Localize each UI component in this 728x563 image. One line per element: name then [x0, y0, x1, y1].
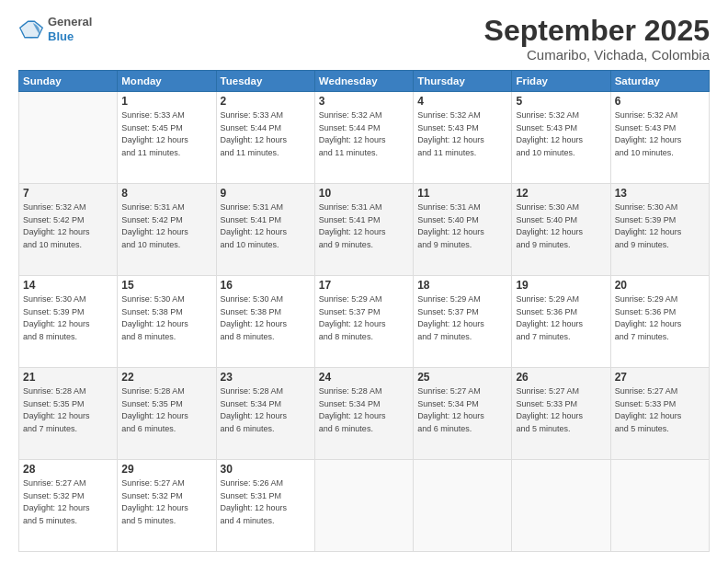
day-info: Sunrise: 5:29 AM Sunset: 5:37 PM Dayligh…: [319, 293, 409, 343]
logo-icon: [18, 17, 44, 42]
day-number: 17: [319, 279, 409, 292]
calendar-header-row: SundayMondayTuesdayWednesdayThursdayFrid…: [19, 71, 710, 92]
calendar-week-row: 14Sunrise: 5:30 AM Sunset: 5:39 PM Dayli…: [19, 276, 710, 368]
table-row: [414, 460, 512, 552]
day-number: 5: [516, 95, 606, 108]
table-row: 20Sunrise: 5:29 AM Sunset: 5:36 PM Dayli…: [610, 276, 709, 368]
day-number: 27: [615, 371, 705, 384]
day-info: Sunrise: 5:31 AM Sunset: 5:40 PM Dayligh…: [417, 201, 507, 251]
day-number: 12: [516, 187, 606, 200]
day-number: 9: [221, 187, 311, 200]
day-info: Sunrise: 5:32 AM Sunset: 5:43 PM Dayligh…: [417, 109, 507, 159]
day-info: Sunrise: 5:33 AM Sunset: 5:45 PM Dayligh…: [121, 109, 211, 159]
day-number: 19: [516, 279, 606, 292]
table-row: 6Sunrise: 5:32 AM Sunset: 5:43 PM Daylig…: [610, 92, 709, 184]
day-info: Sunrise: 5:27 AM Sunset: 5:33 PM Dayligh…: [615, 385, 705, 435]
day-number: 7: [23, 187, 113, 200]
day-info: Sunrise: 5:30 AM Sunset: 5:38 PM Dayligh…: [121, 293, 211, 343]
calendar-day-header: Wednesday: [314, 71, 413, 92]
day-number: 10: [319, 187, 409, 200]
day-info: Sunrise: 5:26 AM Sunset: 5:31 PM Dayligh…: [221, 477, 311, 527]
day-info: Sunrise: 5:28 AM Sunset: 5:34 PM Dayligh…: [319, 385, 409, 435]
day-info: Sunrise: 5:32 AM Sunset: 5:44 PM Dayligh…: [319, 109, 409, 159]
table-row: 4Sunrise: 5:32 AM Sunset: 5:43 PM Daylig…: [414, 92, 512, 184]
day-info: Sunrise: 5:29 AM Sunset: 5:36 PM Dayligh…: [516, 293, 606, 343]
calendar-day-header: Monday: [118, 71, 216, 92]
logo-text: General Blue: [48, 15, 92, 43]
day-info: Sunrise: 5:27 AM Sunset: 5:33 PM Dayligh…: [516, 385, 606, 435]
calendar-week-row: 21Sunrise: 5:28 AM Sunset: 5:35 PM Dayli…: [19, 368, 710, 460]
day-number: 2: [221, 95, 311, 108]
table-row: 25Sunrise: 5:27 AM Sunset: 5:34 PM Dayli…: [414, 368, 512, 460]
day-info: Sunrise: 5:28 AM Sunset: 5:34 PM Dayligh…: [221, 385, 311, 435]
day-number: 13: [615, 187, 705, 200]
calendar-day-header: Saturday: [610, 71, 709, 92]
day-info: Sunrise: 5:32 AM Sunset: 5:43 PM Dayligh…: [615, 109, 705, 159]
day-number: 22: [121, 371, 211, 384]
calendar-week-row: 28Sunrise: 5:27 AM Sunset: 5:32 PM Dayli…: [19, 460, 710, 552]
day-number: 28: [23, 463, 113, 476]
logo-general: General: [48, 15, 92, 29]
day-info: Sunrise: 5:30 AM Sunset: 5:39 PM Dayligh…: [615, 201, 705, 251]
day-number: 20: [615, 279, 705, 292]
day-info: Sunrise: 5:27 AM Sunset: 5:34 PM Dayligh…: [417, 385, 507, 435]
day-info: Sunrise: 5:32 AM Sunset: 5:43 PM Dayligh…: [516, 109, 606, 159]
table-row: 24Sunrise: 5:28 AM Sunset: 5:34 PM Dayli…: [314, 368, 413, 460]
day-number: 30: [221, 463, 311, 476]
table-row: 10Sunrise: 5:31 AM Sunset: 5:41 PM Dayli…: [314, 184, 413, 276]
calendar-week-row: 1Sunrise: 5:33 AM Sunset: 5:45 PM Daylig…: [19, 92, 710, 184]
table-row: 9Sunrise: 5:31 AM Sunset: 5:41 PM Daylig…: [216, 184, 314, 276]
day-number: 8: [121, 187, 211, 200]
day-number: 1: [121, 95, 211, 108]
calendar-day-header: Sunday: [19, 71, 118, 92]
day-number: 6: [615, 95, 705, 108]
logo: General Blue: [18, 15, 92, 43]
day-info: Sunrise: 5:30 AM Sunset: 5:38 PM Dayligh…: [221, 293, 311, 343]
day-number: 25: [417, 371, 507, 384]
table-row: 3Sunrise: 5:32 AM Sunset: 5:44 PM Daylig…: [314, 92, 413, 184]
day-number: 18: [417, 279, 507, 292]
day-number: 29: [121, 463, 211, 476]
table-row: 11Sunrise: 5:31 AM Sunset: 5:40 PM Dayli…: [414, 184, 512, 276]
day-info: Sunrise: 5:29 AM Sunset: 5:36 PM Dayligh…: [615, 293, 705, 343]
table-row: 16Sunrise: 5:30 AM Sunset: 5:38 PM Dayli…: [216, 276, 314, 368]
day-info: Sunrise: 5:31 AM Sunset: 5:42 PM Dayligh…: [121, 201, 211, 251]
day-number: 23: [221, 371, 311, 384]
day-number: 14: [23, 279, 113, 292]
table-row: 18Sunrise: 5:29 AM Sunset: 5:37 PM Dayli…: [414, 276, 512, 368]
calendar-week-row: 7Sunrise: 5:32 AM Sunset: 5:42 PM Daylig…: [19, 184, 710, 276]
day-info: Sunrise: 5:27 AM Sunset: 5:32 PM Dayligh…: [23, 477, 113, 527]
table-row: 22Sunrise: 5:28 AM Sunset: 5:35 PM Dayli…: [118, 368, 216, 460]
day-number: 15: [121, 279, 211, 292]
table-row: 2Sunrise: 5:33 AM Sunset: 5:44 PM Daylig…: [216, 92, 314, 184]
day-number: 26: [516, 371, 606, 384]
table-row: 17Sunrise: 5:29 AM Sunset: 5:37 PM Dayli…: [314, 276, 413, 368]
table-row: 23Sunrise: 5:28 AM Sunset: 5:34 PM Dayli…: [216, 368, 314, 460]
header: General Blue September 2025 Cumaribo, Vi…: [18, 15, 710, 63]
table-row: 27Sunrise: 5:27 AM Sunset: 5:33 PM Dayli…: [610, 368, 709, 460]
table-row: 28Sunrise: 5:27 AM Sunset: 5:32 PM Dayli…: [19, 460, 118, 552]
day-info: Sunrise: 5:33 AM Sunset: 5:44 PM Dayligh…: [221, 109, 311, 159]
table-row: [314, 460, 413, 552]
day-number: 3: [319, 95, 409, 108]
table-row: 19Sunrise: 5:29 AM Sunset: 5:36 PM Dayli…: [512, 276, 610, 368]
table-row: 29Sunrise: 5:27 AM Sunset: 5:32 PM Dayli…: [118, 460, 216, 552]
day-number: 24: [319, 371, 409, 384]
table-row: 21Sunrise: 5:28 AM Sunset: 5:35 PM Dayli…: [19, 368, 118, 460]
table-row: 1Sunrise: 5:33 AM Sunset: 5:45 PM Daylig…: [118, 92, 216, 184]
title-block: September 2025 Cumaribo, Vichada, Colomb…: [484, 15, 710, 63]
table-row: 8Sunrise: 5:31 AM Sunset: 5:42 PM Daylig…: [118, 184, 216, 276]
day-info: Sunrise: 5:31 AM Sunset: 5:41 PM Dayligh…: [319, 201, 409, 251]
table-row: 7Sunrise: 5:32 AM Sunset: 5:42 PM Daylig…: [19, 184, 118, 276]
day-number: 11: [417, 187, 507, 200]
logo-blue: Blue: [48, 29, 92, 44]
day-info: Sunrise: 5:30 AM Sunset: 5:40 PM Dayligh…: [516, 201, 606, 251]
day-info: Sunrise: 5:27 AM Sunset: 5:32 PM Dayligh…: [121, 477, 211, 527]
day-info: Sunrise: 5:32 AM Sunset: 5:42 PM Dayligh…: [23, 201, 113, 251]
calendar-day-header: Tuesday: [216, 71, 314, 92]
day-info: Sunrise: 5:28 AM Sunset: 5:35 PM Dayligh…: [121, 385, 211, 435]
table-row: [610, 460, 709, 552]
day-number: 21: [23, 371, 113, 384]
page-title: September 2025: [484, 15, 710, 47]
calendar-day-header: Friday: [512, 71, 610, 92]
